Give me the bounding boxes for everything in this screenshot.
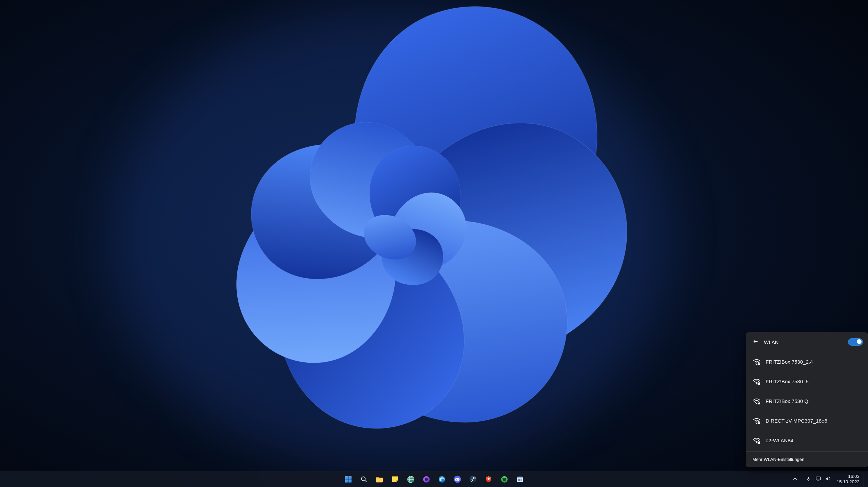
file-explorer-icon	[375, 475, 383, 483]
taskbar-app-discord[interactable]	[451, 472, 464, 486]
volume-icon	[825, 476, 831, 483]
green-app-icon	[500, 475, 508, 483]
wifi-network-item[interactable]: DIRECT-zV-MPC307_18e6	[746, 411, 868, 430]
clock-date: 15.10.2022	[836, 479, 860, 485]
brave-icon	[485, 475, 492, 483]
wifi-lock-icon	[752, 416, 761, 425]
network-icon	[815, 476, 821, 483]
wifi-toggle-knob	[857, 339, 862, 344]
search-button[interactable]	[357, 472, 371, 486]
discord-icon	[453, 475, 461, 483]
taskbar-app-purple[interactable]	[419, 472, 433, 486]
wifi-lock-icon	[752, 357, 761, 366]
tray-volume-button[interactable]	[823, 473, 832, 486]
system-tray: 16:03 15.10.2022	[790, 471, 867, 487]
wifi-flyout-title: WLAN	[764, 339, 778, 345]
wifi-network-name: FRITZ!Box 7530_5	[766, 379, 809, 384]
search-icon	[360, 475, 368, 483]
wifi-flyout-header: WLAN	[746, 333, 868, 351]
tray-clock[interactable]: 16:03 15.10.2022	[833, 472, 864, 486]
back-button[interactable]	[749, 336, 762, 348]
tray-network-button[interactable]	[813, 473, 823, 486]
globe-app-icon	[407, 475, 415, 483]
taskbar-app-edge[interactable]	[435, 472, 449, 486]
taskbar-app-notes[interactable]	[388, 472, 402, 486]
tray-hidden-icons-button[interactable]	[790, 473, 800, 486]
wifi-lock-icon	[752, 377, 761, 386]
wifi-toggle[interactable]	[848, 338, 863, 346]
wifi-flyout-panel: WLAN FRITZ!Box 7530_2.4 FRITZ!Box 7530_5	[746, 332, 868, 467]
taskbar-app-file-explorer[interactable]	[373, 472, 386, 486]
wifi-network-list: FRITZ!Box 7530_2.4 FRITZ!Box 7530_5 FRIT…	[746, 351, 868, 451]
wifi-flyout-footer: Mehr WLAN-Einstellungen	[746, 451, 868, 467]
wallpaper-bloom	[0, 0, 868, 487]
wifi-network-name: o2-WLAN84	[766, 438, 793, 443]
taskbar-app-green[interactable]	[497, 472, 511, 486]
edge-browser-icon	[438, 475, 446, 483]
taskbar-app-globe[interactable]	[404, 472, 417, 486]
wifi-network-item[interactable]: FRITZ!Box 7530_2.4	[746, 352, 868, 371]
windows-start-icon	[344, 475, 352, 483]
tray-status-group	[803, 473, 833, 486]
clock-time: 16:03	[848, 474, 860, 479]
back-arrow-icon	[753, 339, 758, 345]
taskbar-center	[341, 471, 527, 487]
app-window-icon	[516, 475, 524, 483]
taskbar-app-steam[interactable]	[466, 472, 480, 486]
show-desktop-button[interactable]	[864, 471, 867, 487]
microphone-icon	[806, 476, 811, 483]
wifi-network-name: FRITZ!Box 7530 QI	[766, 398, 810, 404]
wifi-network-item[interactable]: FRITZ!Box 7530 QI	[746, 391, 868, 411]
steam-icon	[469, 475, 477, 483]
taskbar-app-brave[interactable]	[482, 472, 495, 486]
chevron-up-icon	[792, 476, 798, 483]
desktop: WLAN FRITZ!Box 7530_2.4 FRITZ!Box 7530_5	[0, 0, 868, 487]
sticky-note-icon	[391, 475, 399, 483]
more-wifi-settings-link[interactable]: Mehr WLAN-Einstellungen	[752, 457, 804, 462]
tray-mic-button[interactable]	[804, 473, 813, 486]
wifi-network-item[interactable]: o2-WLAN84	[746, 430, 868, 450]
wifi-lock-icon	[752, 396, 761, 406]
wifi-network-name: FRITZ!Box 7530_2.4	[766, 359, 813, 365]
purple-app-icon	[422, 475, 430, 483]
taskbar-app-window[interactable]	[513, 472, 527, 486]
wifi-network-name: DIRECT-zV-MPC307_18e6	[766, 418, 827, 424]
wifi-lock-icon	[752, 435, 761, 445]
start-button[interactable]	[341, 472, 355, 486]
taskbar: 16:03 15.10.2022	[0, 471, 868, 487]
wifi-network-item[interactable]: FRITZ!Box 7530_5	[746, 371, 868, 391]
